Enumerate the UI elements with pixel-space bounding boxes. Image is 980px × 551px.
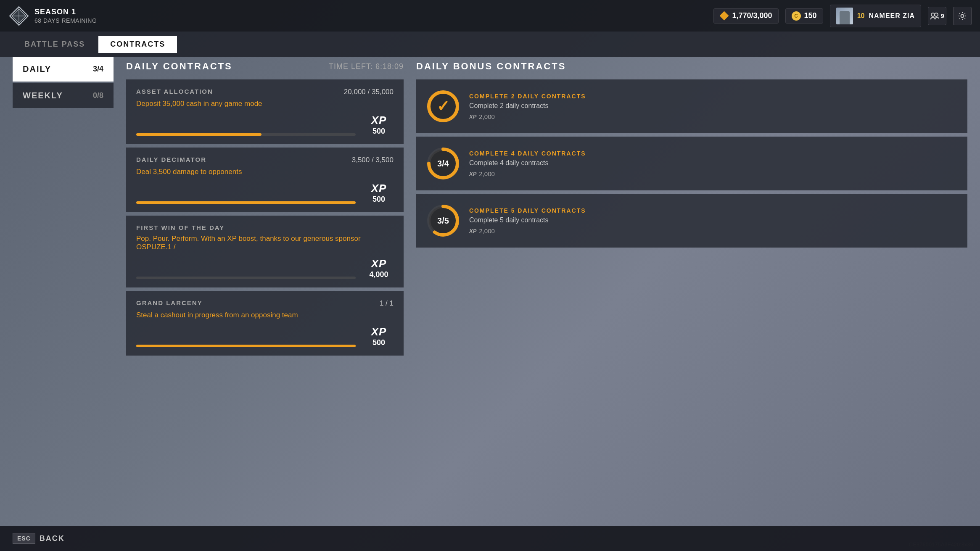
sidebar-weekly-count: 0/8: [93, 91, 103, 100]
time-left: TIME LEFT: 6:18:09: [329, 62, 404, 71]
level-badge: 10: [857, 12, 865, 20]
xp-display: 1,770/3,000: [732, 11, 772, 20]
contract-name-1: ASSET ALLOCATION: [136, 88, 213, 95]
sidebar-item-weekly[interactable]: WEEKLY 0/8: [13, 83, 114, 108]
nav-tabs: BATTLE PASS CONTRACTS: [0, 32, 980, 57]
bonus-desc-1: Complete 2 daily contracts: [469, 102, 957, 110]
profile-box[interactable]: 10 NAMEER ZIA: [830, 5, 921, 27]
contract-desc-4: Steal a cashout in progress from an oppo…: [136, 311, 394, 319]
contract-first-win[interactable]: FIRST WIN OF THE DAY Pop. Pour. Perform.…: [126, 216, 404, 287]
bonus-info-3: COMPLETE 5 DAILY CONTRACTS Complete 5 da…: [469, 207, 957, 235]
bonus-complete-2[interactable]: ✓ COMPLETE 2 DAILY CONTRACTS Complete 2 …: [416, 79, 967, 133]
contract-desc-3: Pop. Pour. Perform. With an XP boost, th…: [136, 235, 394, 251]
bottom-bar: ESC BACK: [0, 526, 980, 551]
xp-reward-2: XP 500: [364, 182, 394, 204]
contracts-panel: DAILY CONTRACTS TIME LEFT: 6:18:09 ASSET…: [126, 57, 404, 526]
friends-count: 9: [941, 13, 944, 19]
tab-battle-pass[interactable]: BATTLE PASS: [13, 36, 97, 53]
coin-icon: C: [792, 11, 801, 21]
contract-progress-4: 1 / 1: [380, 299, 394, 308]
coin-count: 150: [804, 11, 817, 20]
bonus-header: DAILY BONUS CONTRACTS: [416, 57, 967, 72]
season-info: SEASON 1 68 DAYS REMAINING: [34, 7, 97, 25]
bonus-title: DAILY BONUS CONTRACTS: [416, 61, 566, 72]
bonus-progress-text-2: 3/4: [437, 159, 449, 169]
logo-area: SEASON 1 68 DAYS REMAINING: [8, 5, 97, 26]
season-title: SEASON 1: [34, 7, 97, 17]
tab-contracts[interactable]: CONTRACTS: [98, 36, 177, 53]
contract-name-3: FIRST WIN OF THE DAY: [136, 224, 225, 231]
contract-desc-2: Deal 3,500 damage to opponents: [136, 168, 394, 176]
xp-diamond-icon: [720, 11, 729, 21]
bonus-xp-1: XP 2,000: [469, 113, 957, 120]
svg-point-6: [961, 14, 964, 17]
contract-name-4: GRAND LARCENY: [136, 299, 203, 306]
bonus-complete-4[interactable]: 3/4 COMPLETE 4 DAILY CONTRACTS Complete …: [416, 137, 967, 190]
svg-point-4: [931, 13, 935, 16]
contract-daily-decimator[interactable]: DAILY DECIMATOR 3,500 / 3,500 Deal 3,500…: [126, 148, 404, 212]
bonus-circle-2: 3/4: [426, 147, 460, 180]
xp-reward-1: XP 500: [364, 114, 394, 136]
bonus-desc-3: Complete 5 daily contracts: [469, 216, 957, 224]
bonus-circle-1: ✓: [426, 90, 460, 123]
esc-key: ESC: [13, 533, 35, 544]
bonus-progress-text-3: 3/5: [437, 216, 449, 226]
topbar: SEASON 1 68 DAYS REMAINING 1,770/3,000 C…: [0, 0, 980, 32]
bonus-complete-5[interactable]: 3/5 COMPLETE 5 DAILY CONTRACTS Complete …: [416, 194, 967, 248]
back-button[interactable]: ESC BACK: [13, 533, 65, 544]
contract-name-2: DAILY DECIMATOR: [136, 156, 206, 163]
sidebar-daily-label: DAILY: [23, 64, 51, 74]
contracts-title: DAILY CONTRACTS: [126, 61, 232, 72]
bonus-panel: DAILY BONUS CONTRACTS ✓ COMPLETE 2 DAILY…: [416, 57, 967, 526]
xp-currency-box: 1,770/3,000: [713, 8, 779, 24]
game-logo-icon: [8, 5, 29, 26]
friends-button[interactable]: 9: [928, 7, 946, 25]
bonus-xp-3: XP 2,000: [469, 227, 957, 235]
days-remaining: 68 DAYS REMAINING: [34, 17, 97, 24]
main-content: DAILY CONTRACTS TIME LEFT: 6:18:09 ASSET…: [126, 57, 967, 526]
contract-grand-larceny[interactable]: GRAND LARCENY 1 / 1 Steal a cashout in p…: [126, 291, 404, 356]
back-label: BACK: [40, 534, 65, 543]
username: NAMEER ZIA: [869, 12, 915, 20]
sidebar-daily-count: 3/4: [93, 65, 103, 74]
bonus-title-2: COMPLETE 4 DAILY CONTRACTS: [469, 150, 957, 157]
bonus-title-1: COMPLETE 2 DAILY CONTRACTS: [469, 93, 957, 100]
settings-button[interactable]: [953, 7, 972, 25]
xp-reward-4: XP 500: [364, 325, 394, 347]
bonus-xp-2: XP 2,000: [469, 170, 957, 177]
contract-progress-2: 3,500 / 3,500: [352, 156, 394, 164]
contracts-header: DAILY CONTRACTS TIME LEFT: 6:18:09: [126, 57, 404, 72]
contract-desc-1: Deposit 35,000 cash in any game mode: [136, 100, 394, 108]
bonus-title-3: COMPLETE 5 DAILY CONTRACTS: [469, 207, 957, 214]
bonus-info-2: COMPLETE 4 DAILY CONTRACTS Complete 4 da…: [469, 150, 957, 177]
svg-point-5: [935, 13, 938, 16]
bonus-info-1: COMPLETE 2 DAILY CONTRACTS Complete 2 da…: [469, 93, 957, 120]
xp-reward-3: XP 4,000: [364, 257, 394, 279]
bonus-circle-3: 3/5: [426, 204, 460, 237]
bonus-desc-2: Complete 4 daily contracts: [469, 159, 957, 167]
contract-progress-1: 20,000 / 35,000: [344, 88, 394, 96]
topbar-right: 1,770/3,000 C 150 10 NAMEER ZIA 9: [713, 5, 972, 27]
sidebar-weekly-label: WEEKLY: [23, 91, 63, 100]
avatar: [836, 8, 853, 24]
sidebar: DAILY 3/4 WEEKLY 0/8: [13, 57, 114, 110]
contract-asset-allocation[interactable]: ASSET ALLOCATION 20,000 / 35,000 Deposit…: [126, 79, 404, 144]
coin-currency-box: C 150: [785, 8, 823, 24]
sidebar-item-daily[interactable]: DAILY 3/4: [13, 57, 114, 82]
